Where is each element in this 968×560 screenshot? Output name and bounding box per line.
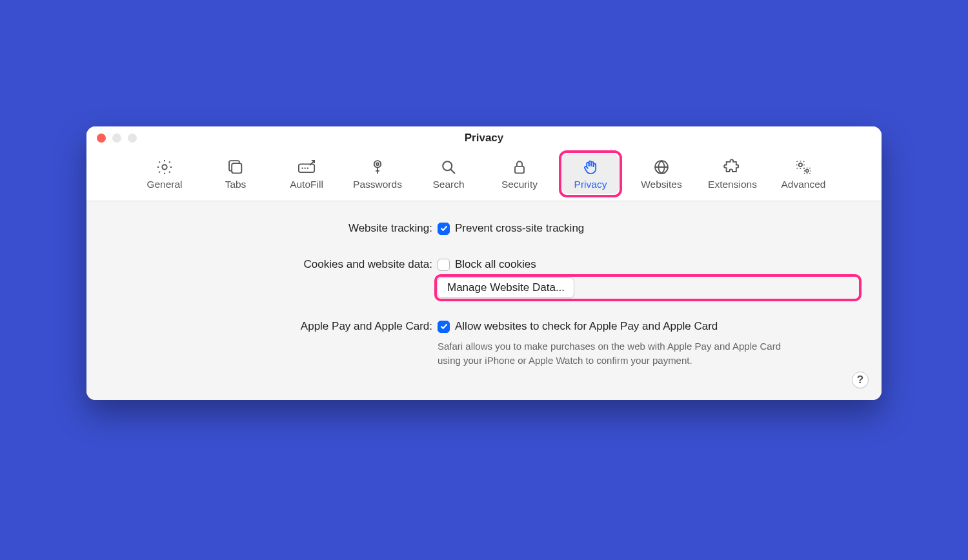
help-button[interactable]: ? <box>852 372 869 388</box>
tab-label: General <box>146 179 182 190</box>
svg-rect-1 <box>232 163 241 173</box>
apple-pay-option[interactable]: Allow websites to check for Apple Pay an… <box>438 319 858 334</box>
tab-label: Advanced <box>781 179 826 190</box>
svg-point-12 <box>806 170 809 172</box>
tab-label: Search <box>432 179 464 190</box>
tabs-icon <box>226 157 245 177</box>
tab-label: Tabs <box>225 179 247 190</box>
tab-label: Passwords <box>353 179 402 190</box>
svg-point-7 <box>376 163 379 165</box>
website-tracking-row: Website tracking: Prevent cross-site tra… <box>110 221 858 236</box>
svg-rect-9 <box>515 166 524 174</box>
manage-website-data-wrap: Manage Website Data... <box>438 277 858 298</box>
tab-extensions[interactable]: Extensions <box>704 154 761 194</box>
tab-privacy[interactable]: Privacy <box>562 154 619 194</box>
autofill-icon <box>297 157 316 177</box>
window-title: Privacy <box>465 132 504 145</box>
svg-point-6 <box>374 161 381 168</box>
window-controls <box>97 134 137 143</box>
lock-icon <box>510 157 529 177</box>
tab-autofill[interactable]: AutoFill <box>278 154 335 194</box>
gear-icon <box>155 157 174 177</box>
option-label: Block all cookies <box>455 258 536 271</box>
search-icon <box>439 157 458 177</box>
apple-pay-description: Safari allows you to make purchases on t… <box>438 339 786 368</box>
tab-tabs[interactable]: Tabs <box>207 154 264 194</box>
zoom-window-button[interactable] <box>128 134 137 143</box>
puzzle-icon <box>723 157 742 177</box>
tab-advanced[interactable]: Advanced <box>775 154 832 194</box>
website-tracking-label: Website tracking: <box>110 221 438 235</box>
cookies-label: Cookies and website data: <box>110 257 438 271</box>
titlebar: Privacy General Tabs AutoFill <box>86 126 882 201</box>
tab-security[interactable]: Security <box>491 154 548 194</box>
checkbox-icon <box>438 223 450 235</box>
tab-label: Security <box>501 179 538 190</box>
title-row: Privacy <box>86 126 882 150</box>
preferences-window: Privacy General Tabs AutoFill <box>86 126 882 400</box>
prevent-cross-site-tracking-option[interactable]: Prevent cross-site tracking <box>438 221 858 236</box>
preferences-toolbar: General Tabs AutoFill Passwords <box>86 150 882 201</box>
cookies-row: Cookies and website data: Block all cook… <box>110 257 858 298</box>
svg-rect-2 <box>299 164 314 172</box>
privacy-panel: Website tracking: Prevent cross-site tra… <box>86 201 882 400</box>
minimize-window-button[interactable] <box>112 134 121 143</box>
apple-pay-row: Apple Pay and Apple Card: Allow websites… <box>110 319 858 368</box>
hand-icon <box>581 157 600 177</box>
option-label: Prevent cross-site tracking <box>455 222 584 235</box>
svg-point-4 <box>305 168 306 169</box>
tab-search[interactable]: Search <box>420 154 477 194</box>
svg-point-8 <box>443 161 452 170</box>
manage-website-data-button[interactable]: Manage Website Data... <box>438 277 574 298</box>
tab-label: Privacy <box>574 179 607 190</box>
globe-icon <box>652 157 671 177</box>
checkbox-icon <box>438 321 450 333</box>
option-label: Allow websites to check for Apple Pay an… <box>455 320 718 333</box>
tab-label: Websites <box>641 179 681 190</box>
gears-icon <box>794 157 813 177</box>
checkbox-icon <box>438 259 450 271</box>
block-all-cookies-option[interactable]: Block all cookies <box>438 257 858 272</box>
key-icon <box>368 157 387 177</box>
tab-label: Extensions <box>708 179 757 190</box>
svg-point-0 <box>162 165 166 169</box>
apple-pay-label: Apple Pay and Apple Card: <box>110 319 438 333</box>
tab-passwords[interactable]: Passwords <box>349 154 406 194</box>
tab-label: AutoFill <box>290 179 323 190</box>
svg-point-11 <box>799 163 802 166</box>
svg-point-5 <box>307 168 308 169</box>
close-window-button[interactable] <box>97 134 106 143</box>
tab-general[interactable]: General <box>136 154 193 194</box>
tab-websites[interactable]: Websites <box>633 154 690 194</box>
svg-point-3 <box>302 168 303 169</box>
